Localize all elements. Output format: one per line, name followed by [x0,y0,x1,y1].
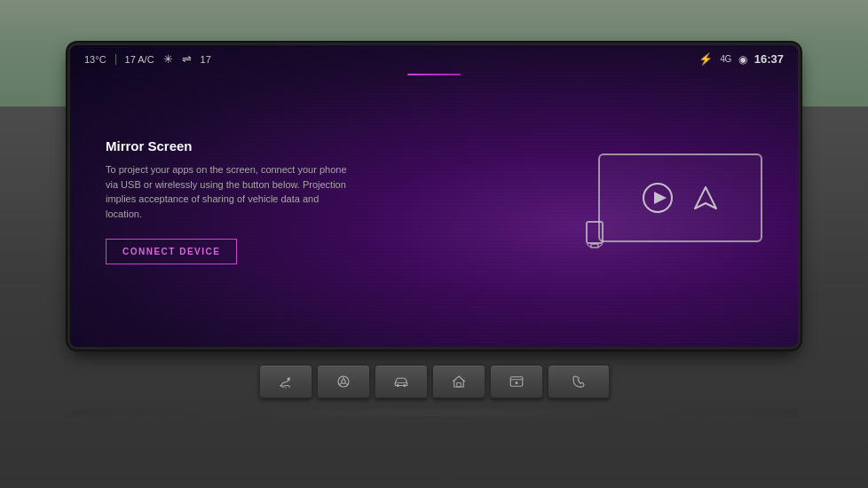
svg-point-9 [341,380,345,384]
svg-line-11 [338,383,341,385]
media-icon [509,374,525,390]
phone-hw-icon [571,374,587,390]
phone-hw-button[interactable] [548,365,610,398]
svg-rect-16 [456,383,461,388]
svg-marker-2 [695,187,716,209]
car-icon [393,374,409,390]
android-auto-icon [691,184,720,212]
signal-icon: 4G [720,54,730,64]
infotainment-screen: 13°C 17 A/C ✳ ⇌ 17 ⚡ 4G ◉ 16:37 [70,45,798,347]
svg-point-18 [515,382,517,384]
status-right: ⚡ 4G ◉ 16:37 [698,52,784,66]
mirror-screen-title: Mirror Screen [106,138,545,153]
projection-icon-section [598,153,762,249]
text-section: Mirror Screen To project your apps on th… [106,138,545,264]
phone-icon [585,221,610,254]
location-icon: ◉ [738,53,747,66]
mirror-screen-description: To project your apps on the screen, conn… [106,162,354,221]
steering-heat-icon [335,374,351,390]
svg-rect-3 [587,222,603,243]
sync-icon: ⇌ [182,52,192,66]
svg-rect-4 [591,244,598,248]
seat-heat-icon [278,374,294,390]
carplay-icon [642,182,674,214]
temperature-display: 13°C [84,54,107,65]
bottom-strip [70,409,798,416]
svg-point-13 [396,384,398,387]
svg-line-12 [345,383,348,385]
fan-speed-display: 17 [201,54,211,65]
steering-heat-button[interactable] [317,365,370,398]
svg-point-14 [403,384,406,387]
seat-heat-button[interactable] [259,365,312,398]
status-bar: 13°C 17 A/C ✳ ⇌ 17 ⚡ 4G ◉ 16:37 [70,45,798,73]
bluetooth-icon: ⚡ [698,52,713,66]
svg-point-7 [287,378,289,381]
time-display: 16:37 [754,52,784,66]
projection-box [598,153,762,242]
car-bezel: 13°C 17 A/C ✳ ⇌ 17 ⚡ 4G ◉ 16:37 [0,0,868,488]
hardware-buttons [259,358,610,405]
car-button[interactable] [375,365,428,398]
ac-display: 17 A/C [125,54,154,65]
home-button[interactable] [432,365,485,398]
home-icon [451,374,467,390]
fan-icon: ✳ [163,52,173,66]
status-left: 13°C 17 A/C ✳ ⇌ 17 [84,52,211,66]
media-button[interactable] [490,365,543,398]
svg-marker-1 [654,192,667,204]
connect-device-button[interactable]: CONNECT DEVICE [106,239,237,264]
status-divider-1 [115,54,116,65]
main-content: Mirror Screen To project your apps on th… [70,73,798,330]
